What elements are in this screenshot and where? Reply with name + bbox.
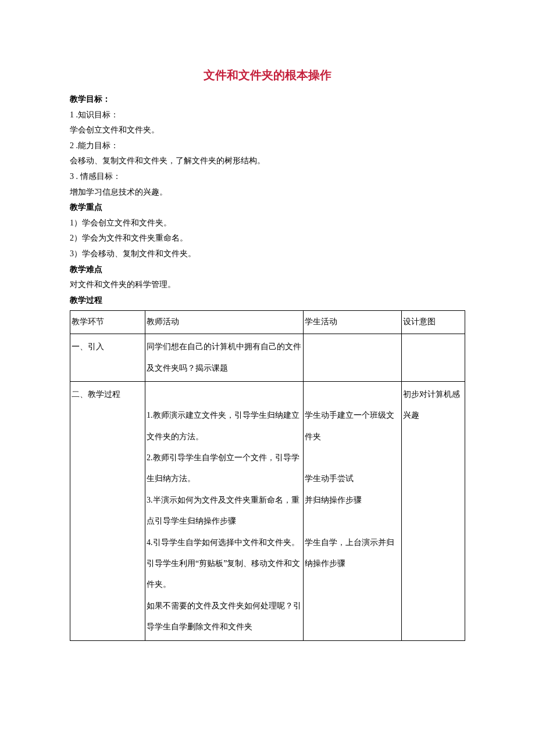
th-design: 设计意图 [402,311,465,334]
cell-design-1 [402,334,465,382]
table-row: 一、引入 同学们想在自己的计算机中拥有自己的文件及文件夹吗？揭示课题 [70,334,465,382]
cell-student-2: 学生动手建立一个班级文件夹 学生动手尝试 并归纳操作步骤 学生自学，上台演示并归… [303,381,402,640]
document-title: 文件和文件夹的根本操作 [70,64,465,86]
heading-difficulty: 教学难点 [70,262,465,278]
goal-3-text: 增加学习信息技术的兴趣。 [70,185,465,200]
heading-goals: 教学目标： [70,92,465,108]
goal-2-num: 2 .能力目标： [70,138,465,154]
difficulty-text: 对文件和文件夹的科学管理。 [70,277,465,293]
key-1: 1）学会创立文件和文件夹。 [70,216,465,231]
th-segment: 教学环节 [70,311,145,334]
cell-seg-2: 二、教学过程 [70,381,145,640]
cell-teacher-2: 1.教师演示建立文件夹，引导学生归纳建立文件夹的方法。 2.教师引导学生自学创立… [145,381,304,640]
cell-student-1 [303,334,402,382]
heading-key: 教学重点 [70,200,465,216]
goal-1-num: 1 .知识目标： [70,108,465,123]
process-table: 教学环节 教师活动 学生活动 设计意图 一、引入 同学们想在自己的计算机中拥有自… [70,310,465,640]
goal-1-text: 学会创立文件和文件夹。 [70,123,465,138]
cell-teacher-1: 同学们想在自己的计算机中拥有自己的文件及文件夹吗？揭示课题 [145,334,304,382]
key-2: 2）学会为文件和文件夹重命名。 [70,231,465,246]
heading-process: 教学过程 [70,293,465,309]
th-teacher: 教师活动 [145,311,304,334]
table-header-row: 教学环节 教师活动 学生活动 设计意图 [70,311,465,334]
table-row: 二、教学过程 1.教师演示建立文件夹，引导学生归纳建立文件夹的方法。 2.教师引… [70,381,465,640]
cell-design-2: 初步对计算机感兴趣 [402,381,465,640]
key-3: 3）学会移动、复制文件和文件夹。 [70,246,465,262]
goal-2-text: 会移动、复制文件和文件夹，了解文件夹的树形结构。 [70,153,465,169]
cell-seg-1: 一、引入 [70,334,145,382]
goal-3-num: 3 . 情感目标： [70,169,465,185]
th-student: 学生活动 [303,311,402,334]
